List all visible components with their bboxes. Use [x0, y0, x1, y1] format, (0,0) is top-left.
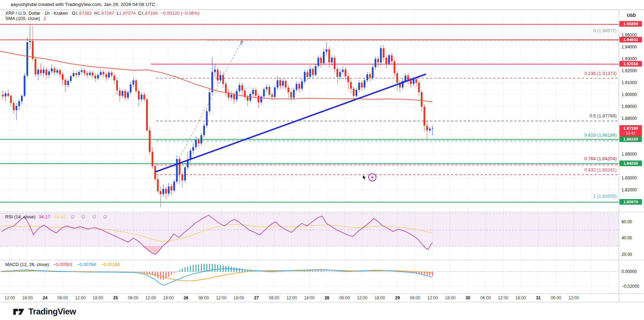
time-axis-label[interactable]: 25 [113, 295, 118, 300]
sma-label: SMA (100, close) [5, 16, 40, 21]
price-axis-tick: 1.85000 [622, 152, 637, 157]
rsi-ma-value: 45.83 [54, 214, 66, 219]
fib-level-label: 0.764 (1.84204) [584, 156, 617, 161]
price-axis-currency[interactable]: USD [627, 13, 636, 18]
time-axis-label[interactable]: 18:00 [374, 295, 385, 300]
sma-legend[interactable]: SMA (100, close) 2 [5, 16, 46, 21]
price-axis-tick: 1.83000 [622, 176, 637, 181]
time-axis-label[interactable]: 12:00 [286, 295, 297, 300]
price-level-badge: 1.95899 [619, 21, 642, 27]
trend-arrow-head [240, 40, 244, 45]
time-axis-label[interactable]: 06:00 [269, 295, 279, 300]
price-axis-tick: 1.93000 [622, 56, 637, 61]
tradingview-logo-mark [13, 306, 25, 317]
time-axis-label[interactable]: 26 [184, 295, 188, 300]
time-axis-label[interactable]: 12:00 [427, 295, 438, 300]
time-axis-label[interactable]: 18:00 [445, 295, 456, 300]
trendline[interactable] [156, 74, 425, 172]
tradingview-chart-page: { "attribution": "aayushjindal created w… [0, 0, 644, 320]
price-axis-border [619, 10, 619, 302]
price-axis-tick: 1.92000 [622, 68, 637, 73]
time-axis-label[interactable]: 27 [254, 295, 259, 300]
time-axis-label[interactable]: 06:00 [410, 295, 420, 300]
fib-level-label: 0.618 (1.86186) [584, 132, 617, 138]
fib-level-label: 0.236 (1.91373) [584, 71, 617, 76]
price-level-badge: 1.80979 [619, 199, 642, 205]
macd-hist-value: −0.00583 [53, 262, 72, 267]
price-level-badge: 1.92558 [619, 61, 642, 67]
time-axis-label[interactable]: 31 [536, 295, 540, 300]
sma-value: 2 [44, 16, 46, 21]
cursor-icon [363, 175, 366, 179]
price-axis-tick: 1.94000 [622, 45, 637, 49]
time-axis-label[interactable]: 18:00 [516, 295, 526, 300]
time-axis-label[interactable]: 12:00 [498, 295, 509, 300]
fib-level-label: 0.832 (1.83281) [584, 167, 617, 172]
tradingview-logo[interactable]: TradingView [13, 306, 76, 317]
exchange-label: Kraken [54, 11, 68, 16]
bar-countdown: 53:42 [619, 131, 642, 136]
macd-line-value: −0.00768 [77, 262, 96, 267]
price-level-badge: 1.84205 [619, 161, 642, 166]
time-axis-label[interactable]: 30 [466, 295, 470, 300]
price-axis-tick: 1.82000 [622, 188, 637, 192]
rsi-null-values: ∅ ∅ ∅ ∅ [71, 214, 110, 219]
time-axis-label[interactable]: 12:00 [146, 295, 156, 300]
time-axis-label[interactable]: 12:00 [5, 295, 15, 300]
time-axis-label[interactable]: 18:00 [22, 295, 33, 300]
time-axis-label[interactable]: 18:00 [93, 295, 103, 300]
quick-action-widget[interactable] [361, 172, 378, 182]
price-axis-tick: 1.89000 [622, 104, 637, 109]
current-price-badge: 1.8718053:42 [619, 125, 642, 136]
rsi-legend[interactable]: RSI (14, close) 34.17 45.83 ∅ ∅ ∅ ∅ [5, 214, 110, 219]
time-axis-label[interactable]: 06:00 [58, 295, 68, 300]
rsi-label: RSI (14, close) [5, 214, 35, 219]
interval-label: 1h [45, 11, 49, 16]
symbol-name: XRP / U.S. Dollar [5, 11, 40, 16]
symbol-legend[interactable]: XRP / U.S. Dollar · 1h · Kraken O1.87282… [5, 11, 200, 16]
macd-axis-tick: 0.00000 [622, 269, 637, 274]
time-axis-label[interactable]: 12:00 [568, 295, 579, 300]
time-axis-label[interactable]: 06:00 [551, 295, 561, 300]
price-change: −0.00120 (−0.06%) [160, 11, 199, 16]
trend-arrow[interactable] [174, 41, 242, 167]
time-axis-label[interactable]: 06:00 [128, 295, 138, 300]
time-axis-label[interactable]: 06:00 [339, 295, 350, 300]
price-axis-tick: 1.90000 [622, 92, 637, 97]
macd-label: MACD (12, 26, close) [5, 262, 49, 267]
price-axis-tick: 1.88000 [622, 116, 637, 121]
chart-canvas[interactable] [0, 0, 644, 320]
rsi-value: 34.17 [39, 214, 51, 219]
time-axis-label[interactable]: 18:00 [234, 295, 244, 300]
price-level-badge: 1.94602 [619, 37, 642, 42]
time-axis-label[interactable]: 06:00 [198, 295, 209, 300]
time-axis-label[interactable]: 18:00 [163, 295, 174, 300]
time-axis-label[interactable]: 24 [43, 295, 47, 300]
macd-legend[interactable]: MACD (12, 26, close) −0.00583 −0.00768 −… [5, 262, 120, 267]
time-axis-label[interactable]: 12:00 [216, 295, 226, 300]
time-axis-label[interactable]: 28 [325, 295, 329, 300]
time-axis-label[interactable]: 12:00 [75, 295, 86, 300]
tradingview-logo-text: TradingView [28, 307, 76, 316]
macd-axis-tick: −0.02000 [622, 284, 639, 289]
rsi-axis-tick: 20.00 [622, 252, 632, 257]
fib-level-label: 0.5 (1.87789) [590, 113, 617, 118]
attribution-text: aayushjindal created with TradingView.co… [11, 2, 155, 7]
price-axis-tick: 1.91000 [622, 80, 637, 85]
time-axis-label[interactable]: 12:00 [357, 295, 367, 300]
price-level-badge: 1.86249 [619, 136, 642, 142]
rsi-axis-tick: 60.00 [622, 219, 632, 224]
time-axis-label[interactable]: 18:00 [304, 295, 314, 300]
time-axis-label[interactable]: 29 [395, 295, 400, 300]
rsi-axis-tick: 40.00 [622, 236, 632, 240]
fib-level-label: 0 (1.94577) [593, 28, 617, 33]
macd-signal-value: −0.00185 [101, 262, 120, 267]
time-axis-label[interactable]: 06:00 [480, 295, 491, 300]
currency-divider [619, 20, 644, 20]
fib-level-label: 1 (1.81000) [593, 193, 617, 199]
ohlc-values: O1.87282H1.87287L1.87074C1.87180 [69, 11, 158, 16]
